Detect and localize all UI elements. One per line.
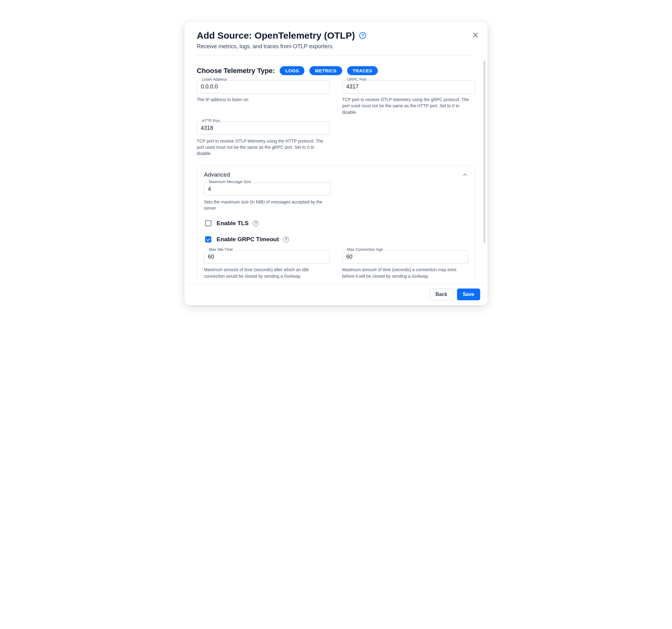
close-icon — [472, 31, 479, 39]
help-icon[interactable]: ? — [253, 221, 259, 226]
dialog-header: Add Source: OpenTelemetry (OTLP) ? Recei… — [185, 22, 487, 60]
enable-tls-label: Enable TLS — [217, 220, 248, 227]
max-msg-size-input[interactable] — [204, 182, 331, 196]
field-max-idle-time: Max Idle Time Maximum amount of time (se… — [204, 250, 330, 279]
enable-tls-row: Enable TLS ? — [204, 219, 468, 227]
advanced-title: Advanced — [204, 171, 230, 178]
field-grpc-port: GRPC Port TCP port to receive OTLP telem… — [342, 80, 475, 115]
help-text: TCP port to receive OTLP telemetry using… — [197, 138, 330, 157]
http-port-input[interactable] — [197, 122, 330, 135]
max-idle-time-input[interactable] — [204, 250, 330, 263]
grpc-port-input[interactable] — [342, 80, 475, 93]
enable-tls-checkbox[interactable] — [205, 220, 211, 226]
field-max-conn-age: Max Connection Age Maximum amount of tim… — [342, 250, 468, 279]
field-label: Max Connection Age — [346, 247, 384, 252]
field-label: HTTP Port — [200, 119, 221, 123]
field-label: Max Idle Time — [208, 247, 234, 252]
listen-address-input[interactable] — [197, 80, 330, 93]
enable-grpc-timeout-label: Enable GRPC Timeout — [217, 236, 279, 243]
timeout-grid: Max Idle Time Maximum amount of time (se… — [204, 250, 468, 279]
help-text: Sets the maximum size (in MiB) of messag… — [204, 199, 331, 211]
fields-grid: Listen Address The IP address to listen … — [197, 80, 475, 157]
field-listen-address: Listen Address The IP address to listen … — [197, 80, 330, 115]
dialog-add-source: Add Source: OpenTelemetry (OTLP) ? Recei… — [185, 22, 487, 305]
field-label: Listen Address — [200, 77, 228, 82]
telemetry-type-label: Choose Telemetry Type: — [197, 67, 275, 75]
dialog-body: Choose Telemetry Type: LOGS METRICS TRAC… — [185, 60, 487, 283]
help-text: The IP address to listen on. — [197, 97, 330, 103]
max-conn-age-input[interactable] — [342, 250, 468, 263]
help-text: Maximum amount of time (seconds) a conne… — [342, 267, 468, 279]
scrollbar-thumb[interactable] — [484, 60, 485, 243]
help-icon[interactable]: ? — [359, 32, 366, 39]
chip-logs[interactable]: LOGS — [280, 66, 305, 75]
save-button[interactable]: Save — [457, 288, 480, 300]
dialog-subtitle: Receive metrics, logs, and traces from O… — [197, 43, 475, 50]
help-text: Maximum amount of time (seconds) after w… — [204, 267, 330, 279]
field-label: Maximum Message Size — [208, 180, 252, 184]
close-button[interactable] — [470, 30, 480, 40]
dialog-footer: Back Save — [185, 283, 487, 305]
field-label: GRPC Port — [346, 77, 368, 82]
enable-grpc-timeout-checkbox[interactable] — [205, 236, 211, 243]
help-icon[interactable]: ? — [283, 236, 289, 243]
advanced-panel: Advanced Maximum Message Size Sets the m… — [197, 166, 475, 283]
telemetry-type-row: Choose Telemetry Type: LOGS METRICS TRAC… — [197, 66, 475, 75]
advanced-header[interactable]: Advanced — [204, 171, 468, 178]
back-button[interactable]: Back — [429, 288, 453, 300]
field-max-msg-size: Maximum Message Size Sets the maximum si… — [204, 182, 331, 211]
header-divider — [197, 55, 475, 56]
field-http-port: HTTP Port TCP port to receive OTLP telem… — [197, 122, 330, 157]
help-text: TCP port to receive OTLP telemetry using… — [342, 97, 475, 115]
dialog-title: Add Source: OpenTelemetry (OTLP) — [197, 30, 355, 41]
chip-metrics[interactable]: METRICS — [309, 66, 342, 75]
chip-traces[interactable]: TRACES — [347, 66, 378, 75]
chevron-up-icon — [462, 172, 468, 178]
enable-grpc-timeout-row: Enable GRPC Timeout ? — [204, 235, 468, 243]
